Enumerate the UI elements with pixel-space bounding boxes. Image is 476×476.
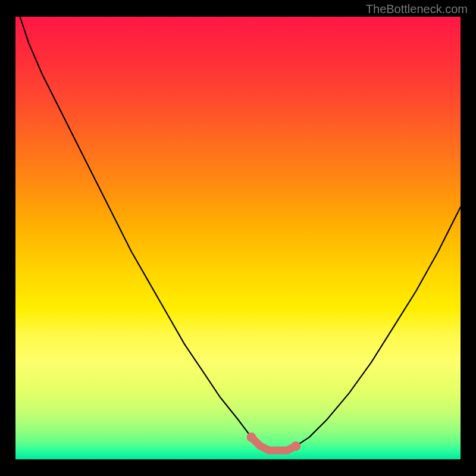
trough-dot-left <box>246 433 256 442</box>
trough-dot-right <box>291 441 300 451</box>
bottleneck-curve-svg <box>15 17 461 459</box>
attribution-text: TheBottleneck.com <box>366 2 468 16</box>
bottleneck-curve-path <box>20 17 461 450</box>
gradient-plot-area <box>15 17 461 459</box>
trough-highlight-path <box>251 437 296 450</box>
